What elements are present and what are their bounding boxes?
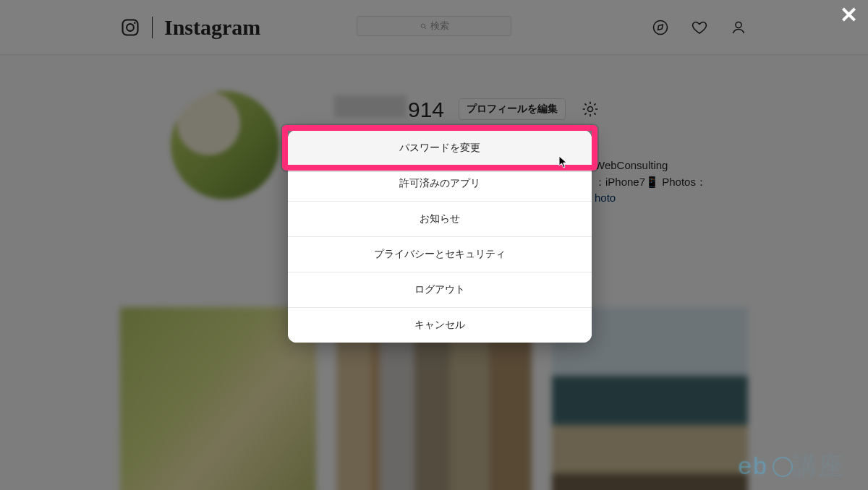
menu-item-cancel[interactable]: キャンセル [288, 307, 592, 343]
close-icon[interactable]: ✕ [840, 4, 858, 26]
menu-item-authorized-apps[interactable]: 許可済みのアプリ [288, 166, 592, 201]
menu-item-change-password[interactable]: パスワードを変更 [288, 130, 592, 166]
menu-item-notifications[interactable]: お知らせ [288, 201, 592, 236]
menu-item-logout[interactable]: ログアウト [288, 272, 592, 307]
menu-item-privacy-security[interactable]: プライバシーとセキュリティ [288, 236, 592, 272]
settings-modal: パスワードを変更 許可済みのアプリ お知らせ プライバシーとセキュリティ ログア… [288, 130, 592, 343]
